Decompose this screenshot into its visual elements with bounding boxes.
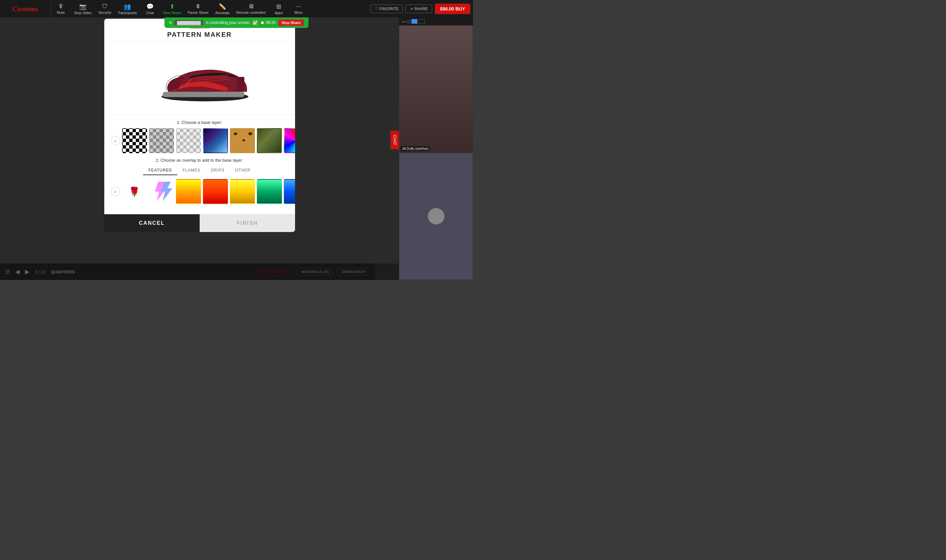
toolbar-item-new-share[interactable]: ⬆ New Share (160, 0, 184, 17)
modal-title: PATTERN MAKER (111, 31, 289, 38)
avatar-placeholder (428, 208, 444, 225)
remote-icon: 🖥 (248, 3, 254, 10)
overlay-patterns-grid: 🌹 (122, 179, 295, 204)
shoe-svg (147, 49, 252, 108)
svg-rect-5 (236, 77, 244, 91)
toolbar-item-security[interactable]: 🛡 Security (95, 0, 115, 17)
pattern-maker-modal: Customs PATTERN MAKER × (104, 19, 295, 232)
pattern-leopard[interactable] (230, 128, 255, 153)
base-patterns-grid (122, 128, 295, 153)
modal-footer: CANCEL FINISH (104, 214, 295, 232)
tab-flames[interactable]: FLAMES (177, 166, 205, 175)
participants-icon: 👥 (123, 3, 131, 10)
video-2-inner (399, 153, 473, 280)
participants-label: Participants (118, 11, 137, 15)
grid-view-2col[interactable] (412, 19, 417, 24)
new-share-label: New Share (163, 11, 181, 15)
security-label: Security (98, 11, 111, 14)
timer-icon: ⏺ (261, 20, 264, 25)
toolbar-item-chat[interactable]: 💬 Chat (140, 0, 160, 17)
toolbar-item-apps[interactable]: ⊞ Apps (269, 0, 289, 17)
apps-icon: ⊞ (276, 3, 281, 10)
pattern-blue-flame[interactable] (284, 179, 295, 204)
user1-name-tag: Jill Duffy (she/her) (401, 146, 430, 151)
toolbar-item-stop-video[interactable]: 📷 Stop Video (71, 0, 95, 17)
favorite-button[interactable]: ♡ FAVORITE (370, 5, 403, 13)
pattern-roses[interactable]: 🌹 (122, 179, 147, 204)
toolbar-item-participants[interactable]: 👥 Participants (115, 0, 140, 17)
video-panel: — □ Jill Duffy (she/her) (399, 17, 473, 280)
share-dot (169, 22, 172, 24)
svg-rect-1 (163, 92, 244, 97)
stop-share-button[interactable]: Stop Share (278, 19, 304, 26)
overlay-prev-arrow[interactable]: ‹ (111, 187, 120, 196)
logo: Customs (0, 0, 51, 17)
buy-button[interactable]: $90.00 BUY (435, 4, 471, 14)
more-icon: ··· (296, 3, 301, 10)
base-layer-label: 1. Choose a base layer: (111, 120, 289, 125)
chat-icon: 💬 (147, 3, 154, 10)
base-pattern-carousel: ‹ › (111, 128, 289, 153)
base-prev-arrow[interactable]: ‹ (111, 136, 120, 145)
video-1-bg (399, 26, 473, 152)
timer-value: 09:35 (266, 20, 276, 25)
cancel-button[interactable]: CANCEL (104, 214, 200, 232)
tab-other[interactable]: OTHER (230, 166, 256, 175)
toolbar-right: ♡ FAVORITE ↗ SHARE $90.00 BUY (370, 4, 473, 14)
pattern-red-flame[interactable] (203, 179, 228, 204)
video-1-inner: Jill Duffy (she/her) (399, 26, 473, 152)
annotate-label: Annotate (215, 11, 230, 15)
mute-icon: 🎙 (58, 3, 64, 10)
video-panel-header: — □ (399, 17, 473, 25)
share-controlling-label: is controlling your screen (206, 20, 250, 25)
toolbar-item-pause-share[interactable]: ⏸ Pause Share (185, 0, 212, 17)
mute-label: Mute (57, 11, 65, 14)
pattern-galaxy[interactable] (203, 128, 228, 153)
pattern-lightning[interactable] (149, 179, 174, 204)
shield-icon: ✅ (252, 20, 258, 25)
chat-tab[interactable]: CHAT (390, 131, 399, 149)
share-timer: ⏺ 09:35 (261, 20, 276, 25)
pattern-tiedye[interactable] (284, 128, 295, 153)
pattern-gray-checker[interactable] (149, 128, 174, 153)
toolbar-item-mute[interactable]: 🎙 Mute (51, 0, 71, 17)
security-icon: 🛡 (102, 3, 108, 10)
overlay-pattern-carousel: ‹ 🌹 (111, 179, 289, 204)
tab-featured[interactable]: FEATURED (143, 166, 177, 175)
tab-drips[interactable]: DRIPS (205, 166, 230, 175)
video-cell-2 (399, 153, 473, 280)
pattern-yellow-flame[interactable] (230, 179, 255, 204)
chat-label: Chat (146, 11, 154, 15)
pattern-orange-flame[interactable] (176, 179, 201, 204)
new-share-icon: ⬆ (170, 3, 175, 10)
share-button-label: ↗ SHARE (410, 6, 428, 11)
toolbar-item-remote[interactable]: 🖥 Remote controlled (233, 0, 269, 17)
pattern-light-checker[interactable] (176, 128, 201, 153)
share-button[interactable]: ↗ SHARE (406, 5, 432, 13)
shoe-image-area (104, 42, 295, 115)
overlay-label: 2. Choose an overlay to add to the base … (111, 158, 289, 163)
apps-label: Apps (275, 11, 283, 15)
toolbar-item-annotate[interactable]: ✏️ Annotate (212, 0, 233, 17)
toolbar-item-more[interactable]: ··· More (289, 0, 308, 17)
grid-view-4col[interactable] (419, 19, 424, 24)
video-cell-1: Jill Duffy (she/her) (399, 25, 473, 153)
pattern-camo[interactable] (257, 128, 282, 153)
remote-label: Remote controlled (236, 11, 265, 14)
toolbar: Customs 🎙 Mute 📷 Stop Video 🛡 Security 👥… (0, 0, 473, 17)
stop-video-label: Stop Video (74, 11, 92, 15)
logo-text: Customs (12, 5, 38, 13)
pattern-teal-flame[interactable] (257, 179, 282, 204)
expand-icon[interactable]: □ (407, 19, 410, 24)
overlay-tabs: FEATURED FLAMES DRIPS OTHER (111, 166, 289, 175)
pause-share-icon: ⏸ (195, 3, 201, 10)
finish-button[interactable]: FINISH (200, 214, 295, 232)
more-label: More (295, 11, 302, 14)
modal-overlay: Customs PATTERN MAKER × (0, 17, 399, 280)
pattern-section: 1. Choose a base layer: ‹ › 2. Choose an… (104, 115, 295, 214)
minimize-icon[interactable]: — (401, 19, 406, 24)
controlling-text: ▓▓▓▓▓▓▓▓▓ (174, 20, 203, 25)
stop-video-icon: 📷 (79, 3, 86, 10)
pattern-black-checker[interactable] (122, 128, 147, 153)
pause-share-label: Pause Share (188, 11, 209, 14)
